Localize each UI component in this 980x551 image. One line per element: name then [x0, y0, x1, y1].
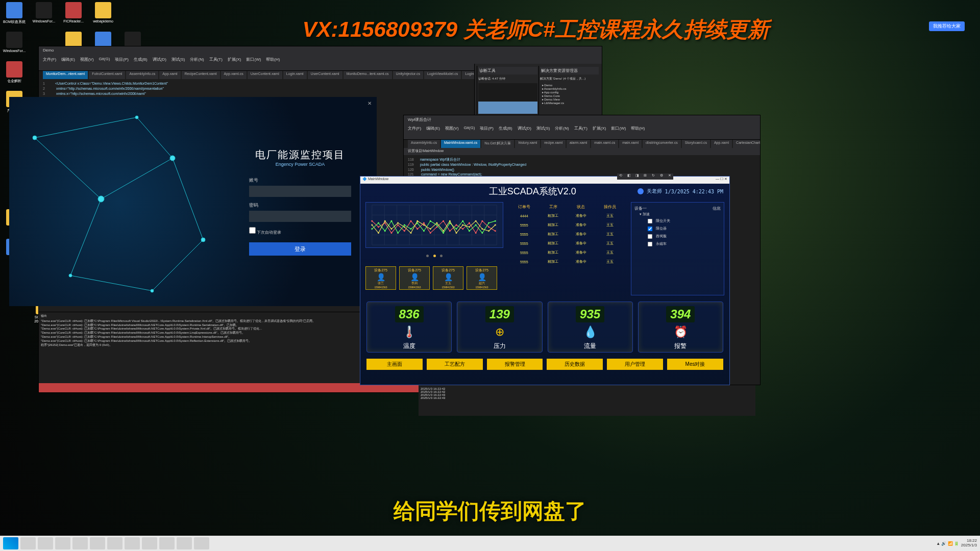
worker-card[interactable]: 设备275👤李四159841563 [399, 266, 430, 290]
editor-tab-active[interactable]: MainWindow.xaml.cs [441, 140, 480, 148]
desktop-icon[interactable]: BOM软盘系统 [2, 2, 27, 30]
clock[interactable]: 18:22 2025/1/3 [961, 539, 977, 548]
menu-item[interactable]: Git(G) [464, 126, 475, 132]
metric-card-流量[interactable]: 935💧流量 [548, 302, 633, 353]
editor-tab[interactable]: history.xaml [515, 140, 540, 148]
editor-tab[interactable]: AssemblyInfo.cs [408, 140, 440, 148]
vs2-toolbar[interactable] [404, 133, 760, 140]
editor-tab[interactable]: Nu.Get 解决方案 [481, 140, 514, 148]
nav-button-用户管理[interactable]: 用户管理 [607, 359, 663, 370]
metric-card-压力[interactable]: 139⊕压力 [457, 302, 542, 353]
tree-root[interactable]: 设备一 [634, 206, 647, 211]
tree-item[interactable]: 永磁车 [634, 240, 721, 248]
orders-table[interactable]: 订单号工序状态操作员4444粗加工准备中王五5555精加工准备中王五5555粗加… [508, 202, 626, 267]
taskbar-app-search[interactable] [20, 537, 36, 549]
editor-tab[interactable]: UnityInjector.cs [393, 71, 423, 79]
taskbar-app-edge[interactable] [72, 537, 88, 549]
desktop-icon[interactable]: FICReader... [61, 2, 86, 30]
tb-icon[interactable]: ⚙ [658, 173, 665, 180]
table-row[interactable]: 5555精加工准备中王五 [509, 239, 625, 247]
editor-tab[interactable]: UserContent.xaml [248, 71, 282, 79]
tree-sub[interactable]: ▾ 加速 [634, 211, 721, 217]
menu-item[interactable]: 窗口(W) [611, 126, 626, 132]
menu-item[interactable]: 扩展(X) [228, 57, 241, 63]
dot[interactable] [440, 255, 443, 257]
menu-item[interactable]: 窗口(W) [246, 57, 261, 63]
tree-item[interactable]: 限位器 [634, 225, 721, 233]
table-row[interactable]: 5555粗加工准备中王五 [509, 230, 625, 238]
desktop-icon[interactable]: 仓金解析 [2, 61, 27, 89]
taskbar-app-demo[interactable] [177, 537, 192, 549]
menu-item[interactable]: 分析(N) [555, 126, 569, 132]
nav-button-工艺配方[interactable]: 工艺配方 [427, 359, 483, 370]
menu-item[interactable]: 编辑(E) [426, 126, 440, 132]
scada-window-titlebar[interactable]: 🔷 MainWindow — ☐ ✕ [360, 177, 729, 184]
scada-user-info[interactable]: 关老师 1/3/2025 4:22:43 PM [638, 188, 723, 195]
scada-debug-toolbar[interactable]: ⟲ ◧ ◨ ⊞ ↻ ⚙ ✕ [617, 173, 673, 180]
menu-item[interactable]: 项目(P) [115, 57, 129, 63]
desktop-icon[interactable] [120, 2, 145, 30]
window-controls[interactable]: — ☐ ✕ [716, 177, 727, 183]
editor-tab[interactable]: dbstringconverter.cs [643, 140, 681, 148]
menu-item[interactable]: 生成(B) [134, 57, 148, 63]
menu-item[interactable]: 编辑(E) [61, 57, 75, 63]
vs2-tabs[interactable]: AssemblyInfo.csMainWindow.xaml.csNu.Get … [404, 140, 760, 148]
tb-icon[interactable]: ✕ [666, 173, 673, 180]
remember-checkbox[interactable] [249, 227, 256, 234]
taskbar-app-steam[interactable] [107, 537, 122, 549]
menu-item[interactable]: 扩展(X) [593, 126, 606, 132]
taskbar-app-start[interactable] [3, 537, 18, 549]
remember-checkbox-row[interactable]: 下次自动登录 [249, 227, 351, 235]
menu-item[interactable]: 视图(V) [80, 57, 94, 63]
table-row[interactable]: 5555精加工准备中王五 [509, 258, 625, 266]
vs2-titlebar[interactable]: Wpf课后合计 [404, 115, 760, 124]
metric-card-报警[interactable]: 394⏰报警 [638, 302, 723, 353]
dot[interactable] [426, 255, 429, 257]
editor-tab[interactable]: main.xaml [619, 140, 642, 148]
nav-button-历史数据[interactable]: 历史数据 [547, 359, 603, 370]
vs2-output-panel[interactable]: 2025/1/3 16:22:422025/1/3 16:22:422025/1… [419, 385, 755, 416]
menu-item[interactable]: 调试(D) [153, 57, 166, 63]
windows-taskbar[interactable]: ▲ 🔊 📶 🔋 18:22 2025/1/3 [0, 536, 980, 551]
desktop-icon[interactable]: WindowsFor... [2, 32, 27, 59]
menu-item[interactable]: 帮助(H) [266, 57, 280, 63]
editor-tab[interactable]: App.xaml [159, 71, 180, 79]
carousel-dots[interactable] [365, 250, 503, 259]
tb-icon[interactable]: ⊞ [642, 173, 649, 180]
taskbar-app-widgets[interactable] [38, 537, 53, 549]
login-button[interactable]: 登录 [249, 242, 351, 256]
tree-item[interactable]: 限位开关 [634, 217, 721, 225]
tb-icon[interactable]: ◧ [625, 173, 632, 180]
tb-icon[interactable]: ↻ [650, 173, 657, 180]
solution-tree[interactable]: ▸ Demo▸ AssemblyInfo.cs▸ App.config▸ Dem… [540, 83, 599, 105]
editor-tab[interactable]: MonitorDem...ntent.xaml [43, 71, 88, 79]
menu-item[interactable]: 工具(T) [574, 126, 587, 132]
menu-item[interactable]: 测试(S) [536, 126, 550, 132]
menu-item[interactable]: 工具(T) [209, 57, 223, 63]
editor-tab[interactable]: main.xaml.cs [591, 140, 618, 148]
tb-icon[interactable]: ◨ [633, 173, 641, 180]
close-icon[interactable]: ✕ [364, 99, 375, 107]
desktop-icon[interactable]: webapidemo [91, 2, 115, 30]
editor-tab[interactable]: Login.xaml [283, 71, 307, 79]
editor-tab[interactable]: alarm.xaml [567, 140, 590, 148]
taskbar-app-mainwindow[interactable] [194, 537, 209, 549]
dot-active[interactable] [433, 255, 436, 257]
login-window-controls[interactable]: ✕ [364, 98, 375, 107]
worker-card[interactable]: 设备275👤王五159841563 [433, 266, 463, 290]
table-row[interactable]: 5555精加工准备中王五 [509, 221, 625, 229]
table-row[interactable]: 5555粗加工准备中王五 [509, 248, 625, 257]
worker-card[interactable]: 设备275👤赵六159841563 [467, 266, 497, 290]
nav-button-Mes对接[interactable]: Mes对接 [667, 359, 723, 370]
editor-tab[interactable]: Storyboard.cs [682, 140, 710, 148]
menu-item[interactable]: 调试(D) [518, 126, 531, 132]
scada-tree-panel[interactable]: 设备一 信息 ▾ 加速 限位开关 限位器 西伺服 永磁车 [631, 202, 724, 295]
menu-item[interactable]: 测试(S) [172, 57, 185, 63]
editor-tab[interactable]: recipe.xaml [541, 140, 566, 148]
menu-item[interactable]: 文件(F) [43, 57, 56, 63]
editor-tab[interactable]: LoginViewModel.cs [424, 71, 461, 79]
taskbar-app-vscode[interactable] [159, 537, 175, 549]
menu-item[interactable]: Git(G) [99, 57, 110, 63]
editor-tab[interactable]: FotrolContent.xaml [89, 71, 125, 79]
taskbar-app-vs[interactable] [90, 537, 105, 549]
